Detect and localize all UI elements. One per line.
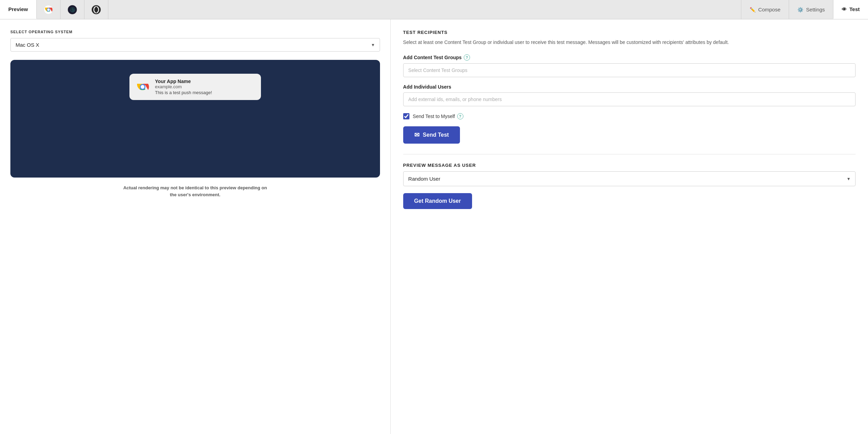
main-content: SELECT OPERATING SYSTEM Mac OS X Windows… (0, 19, 868, 434)
svg-text:🌑: 🌑 (69, 7, 75, 13)
notification-app-name: Your App Name (155, 79, 212, 84)
section-divider (403, 154, 856, 154)
notification-message: This is a test push message! (155, 90, 212, 95)
settings-label: Settings (806, 7, 825, 12)
pencil-icon: ✏️ (750, 7, 756, 12)
chrome-icon (44, 5, 53, 15)
eye-icon: 👁 (842, 7, 847, 12)
notification-card: Your App Name example.com This is a test… (129, 74, 261, 100)
tab-test[interactable]: 👁 Test (833, 0, 868, 19)
left-panel: SELECT OPERATING SYSTEM Mac OS X Windows… (0, 19, 391, 434)
os-select[interactable]: Mac OS X Windows Linux (10, 38, 380, 52)
send-to-myself-checkbox[interactable] (403, 113, 409, 119)
test-recipients-desc: Select at least one Content Test Group o… (403, 38, 856, 46)
test-recipients-title: TEST RECIPIENTS (403, 30, 856, 35)
tab-opera[interactable] (84, 0, 108, 19)
chrome-notification-icon (135, 79, 150, 94)
notification-text: Your App Name example.com This is a test… (155, 79, 212, 95)
tab-firefox[interactable]: 🌑 (61, 0, 84, 19)
tab-settings[interactable]: ⚙️ Settings (789, 0, 833, 19)
send-to-myself-row: Send Test to Myself ? (403, 113, 856, 119)
os-select-wrapper: Mac OS X Windows Linux ▼ (10, 38, 380, 52)
gear-icon: ⚙️ (797, 7, 803, 12)
add-groups-input[interactable] (403, 63, 856, 77)
envelope-icon: ✉ (414, 131, 419, 139)
preview-user-select-wrapper: Random User Specific User ▼ (403, 171, 856, 186)
test-label: Test (849, 6, 860, 12)
opera-icon (91, 5, 101, 15)
add-groups-label: Add Content Test Groups ? (403, 54, 856, 61)
add-users-input[interactable] (403, 92, 856, 106)
tab-preview[interactable]: Preview (0, 0, 37, 19)
os-section-label: SELECT OPERATING SYSTEM (10, 30, 380, 34)
svg-point-3 (47, 8, 49, 11)
firefox-icon: 🌑 (67, 5, 77, 15)
tab-compose[interactable]: ✏️ Compose (741, 0, 789, 19)
send-test-button[interactable]: ✉ Send Test (403, 126, 460, 144)
svg-point-10 (95, 7, 98, 13)
right-panel: TEST RECIPIENTS Select at least one Cont… (391, 19, 868, 434)
preview-disclaimer: Actual rendering may not be identical to… (10, 184, 380, 198)
send-test-label: Send Test (423, 132, 449, 138)
preview-user-select[interactable]: Random User Specific User (403, 171, 856, 186)
compose-label: Compose (758, 7, 780, 12)
send-to-myself-help-icon[interactable]: ? (457, 113, 463, 119)
add-users-label: Add Individual Users (403, 84, 856, 90)
tab-chrome[interactable] (37, 0, 61, 19)
send-to-myself-label: Send Test to Myself ? (413, 113, 463, 119)
add-groups-help-icon[interactable]: ? (464, 54, 470, 61)
get-random-user-label: Get Random User (414, 198, 461, 204)
preview-label: Preview (8, 6, 28, 12)
tab-bar: Preview 🌑 ✏️ Compose (0, 0, 868, 19)
preview-message-title: PREVIEW MESSAGE AS USER (403, 163, 856, 168)
get-random-user-button[interactable]: Get Random User (403, 193, 472, 209)
notification-preview-container: Your App Name example.com This is a test… (10, 60, 380, 178)
svg-point-14 (141, 85, 144, 89)
notification-domain: example.com (155, 84, 212, 89)
